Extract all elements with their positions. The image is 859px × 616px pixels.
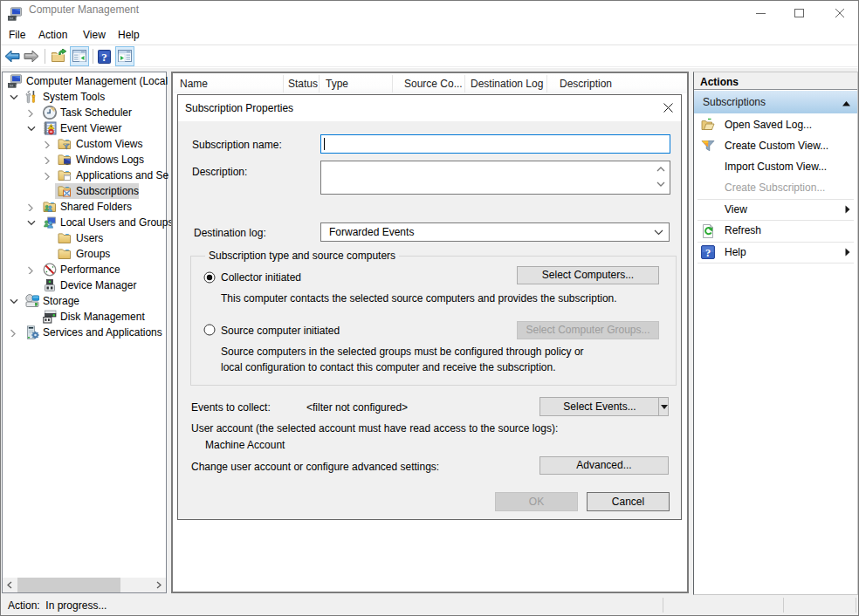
svg-text:?: ? — [101, 51, 107, 64]
svg-text:?: ? — [705, 247, 711, 259]
